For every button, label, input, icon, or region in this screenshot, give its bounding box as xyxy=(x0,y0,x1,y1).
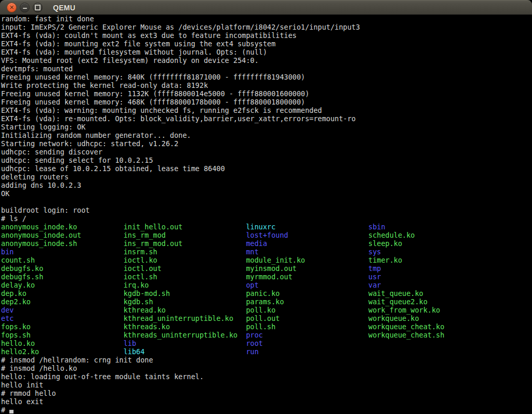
file-entry: count.sh xyxy=(1,256,124,264)
file-entry: root xyxy=(246,339,263,347)
file-entry: fops.ko xyxy=(1,322,124,331)
console-text: OK xyxy=(1,189,9,198)
terminal-line: EXT4-fs (vda): mounted filesystem withou… xyxy=(1,48,532,56)
console-text: Starting network: udhcpc: started, v1.26… xyxy=(1,139,178,148)
ls-row: hello.kolibroot xyxy=(1,339,532,347)
console-text: # insmod /hellrandom: crng init done xyxy=(1,356,153,364)
file-entry: timer.ko xyxy=(368,256,402,264)
terminal[interactable]: random: fast init doneinput: ImExPS/2 Ge… xyxy=(0,15,532,414)
console-text: input: ImExPS/2 Generic Explorer Mouse a… xyxy=(1,23,360,31)
console-text: hello init xyxy=(1,381,43,389)
console-text: EXT4-fs (vda): couldn't mount as ext3 du… xyxy=(1,31,297,40)
terminal-line xyxy=(1,198,532,206)
console-text: EXT4-fs (vda): mounting ext2 file system… xyxy=(1,40,275,48)
terminal-line: EXT4-fs (vda): mounting ext2 file system… xyxy=(1,40,532,48)
file-entry: delay.ko xyxy=(1,281,124,289)
file-entry: kgdb.sh xyxy=(124,297,246,306)
minimize-button[interactable] xyxy=(20,3,30,12)
terminal-line: Freeing unused kernel memory: 468K (ffff… xyxy=(1,98,532,106)
file-entry: lost+found xyxy=(246,231,368,239)
console-text: Write protecting the kernel read-only da… xyxy=(1,81,208,89)
terminal-line: hello init xyxy=(1,381,532,389)
file-entry: module_init.ko xyxy=(246,256,368,264)
prompt-line: # xyxy=(1,406,532,414)
terminal-line: adding dns 10.0.2.3 xyxy=(1,181,532,189)
console-text: udhcpc: lease of 10.0.2.15 obtained, lea… xyxy=(1,164,225,173)
console-text: VFS: Mounted root (ext2 filesystem) read… xyxy=(1,56,259,64)
terminal-line: udhcpc: sending discover xyxy=(1,148,532,156)
file-entry: usr xyxy=(368,273,381,281)
titlebar[interactable]: ✕ QEMU xyxy=(0,0,532,15)
terminal-line: EXT4-fs (vda): couldn't mount as ext3 du… xyxy=(1,31,532,40)
close-button[interactable]: ✕ xyxy=(7,3,17,12)
console-text: EXT4-fs (vda): re-mounted. Opts: block_v… xyxy=(1,114,356,123)
file-entry: anonymous_inode.ko xyxy=(1,223,124,231)
file-entry: fops.sh xyxy=(1,331,124,339)
file-entry: dev xyxy=(1,306,124,314)
console-text: random: fast init done xyxy=(1,15,94,23)
console-text: Freeing unused kernel memory: 468K (ffff… xyxy=(1,98,305,106)
console-text: # ls / xyxy=(1,214,26,223)
file-entry: wait_queue.ko xyxy=(368,289,423,297)
terminal-line: OK xyxy=(1,189,532,198)
ls-row: hello2.kolib64run xyxy=(1,347,532,356)
console-text: deleting routers xyxy=(1,173,69,181)
file-entry: dep2.ko xyxy=(1,297,124,306)
close-icon: ✕ xyxy=(9,5,14,10)
file-entry: workqueue_cheat.ko xyxy=(368,322,444,331)
console-text: Starting logging: OK xyxy=(1,123,86,131)
ls-row: fops.shkthreads_uninterruptible.koprocwo… xyxy=(1,331,532,339)
file-entry: kthreads.ko xyxy=(124,322,246,331)
ls-row: bininsrm.shmntsys xyxy=(1,248,532,256)
terminal-line: Starting logging: OK xyxy=(1,123,532,131)
file-entry: sleep.ko xyxy=(368,239,402,248)
console-text: udhcpc: sending discover xyxy=(1,148,102,156)
file-entry: mnt xyxy=(246,248,368,256)
console-text: EXT4-fs (vda): warning: mounting uncheck… xyxy=(1,106,322,114)
file-entry: tmp xyxy=(368,264,381,273)
maximize-button[interactable] xyxy=(33,3,43,12)
file-entry: myrmmod.out xyxy=(246,273,368,281)
terminal-line: input: ImExPS/2 Generic Explorer Mouse a… xyxy=(1,23,532,31)
ls-row: debugfs.koioctl.outmyinsmod.outtmp xyxy=(1,264,532,273)
ls-row: count.shioctl.komodule_init.kotimer.ko xyxy=(1,256,532,264)
terminal-line: # insmod /hello.ko xyxy=(1,364,532,372)
ls-row: delay.koirq.kooptvar xyxy=(1,281,532,289)
file-entry: params.ko xyxy=(246,297,368,306)
terminal-line: hello exit xyxy=(1,397,532,406)
file-entry: ioctl.out xyxy=(124,264,246,273)
file-entry: poll.out xyxy=(246,314,368,322)
terminal-line: EXT4-fs (vda): re-mounted. Opts: block_v… xyxy=(1,114,532,123)
file-entry: ins_rm_mod xyxy=(124,231,246,239)
file-entry: kthreads_uninterruptible.ko xyxy=(124,331,246,339)
ls-row: anonymous_inode.shins_rm_mod.outmediasle… xyxy=(1,239,532,248)
console-text xyxy=(1,198,5,206)
console-text: adding dns 10.0.2.3 xyxy=(1,181,81,189)
maximize-icon xyxy=(35,5,41,10)
file-entry: proc xyxy=(246,331,368,339)
file-entry: etc xyxy=(1,314,124,322)
file-entry: kthread_uninterruptible.ko xyxy=(124,314,246,322)
terminal-line: udhcpc: sending select for 10.0.2.15 xyxy=(1,156,532,164)
console-text: devtmpfs: mounted xyxy=(1,64,73,73)
file-entry: sbin xyxy=(368,223,385,231)
console-text: Freeing unused kernel memory: 840K (ffff… xyxy=(1,73,305,81)
file-entry: poll.sh xyxy=(246,322,368,331)
terminal-line: VFS: Mounted root (ext2 filesystem) read… xyxy=(1,56,532,64)
file-entry: lib xyxy=(124,339,246,347)
file-entry: poll.ko xyxy=(246,306,368,314)
file-entry: run xyxy=(246,347,258,356)
terminal-line: Starting network: udhcpc: started, v1.26… xyxy=(1,139,532,148)
terminal-line: # insmod /hellrandom: crng init done xyxy=(1,356,532,364)
file-entry: bin xyxy=(1,248,124,256)
minimize-icon xyxy=(23,8,27,9)
window-title: QEMU xyxy=(53,4,75,12)
file-entry: lib64 xyxy=(124,347,246,356)
ls-row: dep2.kokgdb.shparams.kowait_queue2.ko xyxy=(1,297,532,306)
terminal-cursor xyxy=(9,410,14,413)
file-entry: debugfs.sh xyxy=(1,273,124,281)
file-entry: opt xyxy=(246,281,368,289)
terminal-line: random: fast init done xyxy=(1,15,532,23)
file-entry: kthread.ko xyxy=(124,306,246,314)
file-entry: workqueue.ko xyxy=(368,314,419,322)
